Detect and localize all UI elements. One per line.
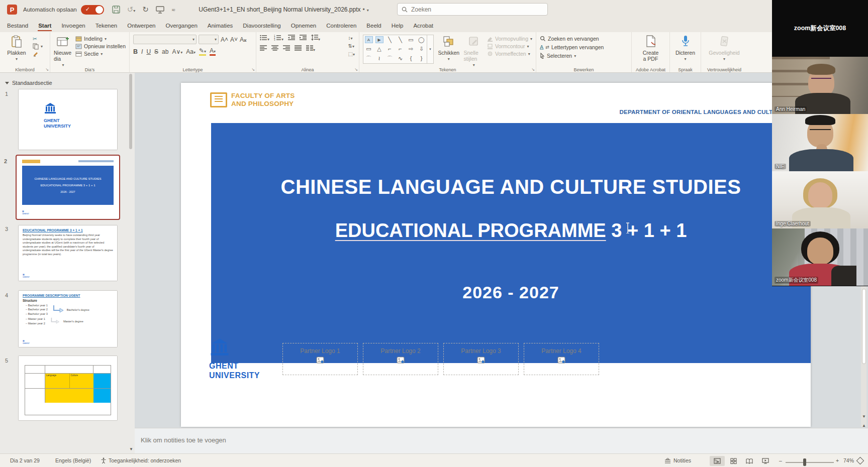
section-button[interactable]: Sectie▾ (75, 51, 126, 57)
autosave-toggle[interactable]: ✓ (81, 5, 104, 15)
sensitivity-button[interactable]: Gevoeligheid▾ (707, 35, 742, 61)
tab-opnemen[interactable]: Opnemen (286, 20, 322, 31)
align-left-icon[interactable] (260, 45, 267, 53)
slideshow-view-button[interactable] (758, 456, 773, 466)
font-name-combo[interactable]: ▾ (133, 35, 197, 44)
font-size-combo[interactable]: ▾ (199, 35, 219, 44)
shape-gallery[interactable]: A ▶ ╲╲▭◯ ▭△⌐⌐⇨⇩ ⌒≀⌒∿{} (363, 35, 427, 64)
zoom-level[interactable]: 74% (843, 457, 854, 463)
quick-styles-button[interactable]: Snelle stijlen▾ (464, 35, 485, 67)
decrease-indent-icon[interactable] (288, 35, 295, 42)
highlight-color-icon[interactable]: ✎▾ (199, 47, 206, 56)
alinea-dialog-launcher[interactable]: ↘ (354, 67, 358, 72)
participant-tile-room[interactable]: zoom新会议室008 (772, 0, 868, 57)
tab-overgangen[interactable]: Overgangen (160, 20, 202, 31)
arrange-button[interactable]: Schikken▾ (437, 35, 461, 61)
slide-years[interactable]: 2026 - 2027 (211, 283, 811, 302)
strikethrough-button[interactable]: S (154, 48, 158, 55)
start-slideshow-icon[interactable] (156, 6, 164, 14)
participant-tile-inge[interactable]: Inge Claerhout (772, 171, 868, 228)
select-button[interactable]: Selecteren▾ (540, 53, 604, 59)
columns-icon[interactable]: ▾ (306, 45, 315, 53)
shape-outline-button[interactable]: Vormcontour▾ (487, 43, 532, 49)
zoom-slider-thumb[interactable] (803, 458, 806, 466)
slide-thumbnail-4[interactable]: PROGRAMME DESCRIPTION UGENT Structure – … (18, 290, 118, 347)
scroll-down-icon[interactable]: ▼ (860, 414, 867, 419)
paste-button[interactable]: Plakken▾ (4, 35, 30, 61)
partner-logo-placeholder-3[interactable]: Partner Logo 3 (443, 343, 519, 375)
undo-icon[interactable]: ↺▾ (127, 5, 136, 14)
tab-beeld[interactable]: Beeld (361, 20, 386, 31)
tab-invoegen[interactable]: Invoegen (56, 20, 90, 31)
justify-icon[interactable] (295, 45, 302, 53)
new-slide-button[interactable]: Nieuwe dia▾ (54, 35, 72, 67)
participant-tile-ann[interactable]: Ann Heirman (772, 57, 868, 114)
tab-animaties[interactable]: Animaties (203, 20, 238, 31)
dictate-button[interactable]: Dicteren▾ (673, 35, 697, 61)
tab-tekenen[interactable]: Tekenen (90, 20, 122, 31)
grow-font-icon[interactable]: A˄ (221, 36, 228, 43)
title-block[interactable]: CHINESE LANGUAGE AND CULTURE STUDIES EDU… (211, 123, 811, 363)
participant-tile-nie[interactable]: NIE (772, 114, 868, 171)
tekenen-dialog-launcher[interactable]: ↘ (531, 67, 535, 72)
align-center-icon[interactable] (271, 45, 278, 53)
tab-bestand[interactable]: Bestand (2, 20, 33, 31)
qat-more-icon[interactable]: ≂ (171, 7, 175, 13)
zoom-out-button[interactable]: – (779, 457, 782, 463)
lettertype-dialog-launcher[interactable]: ↘ (251, 67, 255, 72)
character-spacing-icon[interactable]: A∨▾ (172, 48, 182, 55)
slide-title[interactable]: CHINESE LANGUAGE AND CULTURE STUDIES (211, 176, 811, 198)
clear-formatting-icon[interactable]: A𝄪 (240, 36, 246, 43)
department-title[interactable]: DEPARTMENT OF ORIENTAL LANGUAGES AND CUL… (457, 109, 789, 115)
tab-acrobat[interactable]: Acrobat (408, 20, 438, 31)
convert-smartart-icon[interactable]: ⬚▾ (348, 51, 355, 57)
slide-thumbnail-2-selected[interactable]: CHINESE LANGUAGE AND CULTURE STUDIES EDU… (16, 155, 120, 220)
format-painter-icon[interactable] (33, 51, 43, 57)
align-right-icon[interactable] (283, 45, 290, 53)
tab-ontwerpen[interactable]: Ontwerpen (122, 20, 160, 31)
underline-button[interactable]: U (146, 48, 151, 55)
reset-button[interactable]: Opnieuw instellen (75, 43, 126, 49)
slide-thumbnail-3[interactable]: EDUCATIONAL PROGRAMME 3 + 1 + 1 Beijing … (18, 225, 118, 281)
zoom-in-button[interactable]: + (836, 457, 839, 463)
placeholder-shape-icon[interactable]: ▶ (375, 36, 383, 43)
partner-logo-placeholder-4[interactable]: Partner Logo 4 (524, 343, 599, 375)
notes-pane[interactable]: Klik om notities toe te voegen (135, 428, 868, 453)
tab-help[interactable]: Help (387, 20, 409, 31)
text-direction-icon[interactable]: ↕▾ (348, 35, 355, 41)
change-case-icon[interactable]: Aa▾ (186, 48, 196, 55)
slide-indicator[interactable]: Dia 2 van 29 (10, 457, 40, 463)
shape-effects-button[interactable]: Vormeffecten▾ (487, 51, 532, 57)
text-shadow-button[interactable]: ab (162, 48, 168, 55)
slide-thumbnail-1[interactable]: GHENTUNIVERSITY (18, 89, 118, 150)
slide-canvas[interactable]: FACULTY OF ARTSAND PHILOSOPHY DEPARTMENT… (181, 83, 811, 427)
align-text-icon[interactable]: ⇅▾ (348, 43, 355, 49)
shape-gallery-more[interactable]: ▾ (427, 35, 434, 64)
tab-start[interactable]: Start (33, 20, 56, 31)
shape-fill-button[interactable]: Vormopvulling▾ (487, 36, 532, 42)
font-color-icon[interactable]: A▾ (210, 47, 216, 56)
copy-icon[interactable]: ▾ (33, 43, 43, 50)
slide-thumbnail-5[interactable]: Language Culture (18, 356, 118, 421)
shrink-font-icon[interactable]: A˅ (230, 36, 238, 43)
search-input[interactable]: Zoeken (397, 3, 548, 16)
normal-view-button[interactable] (710, 456, 725, 466)
bold-button[interactable]: B (133, 48, 138, 55)
tab-controleren[interactable]: Controleren (321, 20, 361, 31)
tab-diavoorstelling[interactable]: Diavoorstelling (238, 20, 285, 31)
previous-slide-icon[interactable]: ▲ (860, 423, 867, 428)
layout-button[interactable]: Indeling▾ (75, 36, 126, 42)
slide-subtitle[interactable]: EDUCATIONAL PROGRAMME 3 + 1 + 1 (211, 220, 811, 242)
save-icon[interactable] (112, 6, 120, 14)
thumbnail-scrollbar[interactable] (129, 74, 132, 149)
accessibility-status[interactable]: Toegankelijkheid: onderzoeken (109, 457, 181, 463)
document-title[interactable]: UGent3+1+1_EN short_Beijing Normal Unive… (199, 6, 368, 13)
reading-view-button[interactable] (742, 456, 757, 466)
participant-tile-room2[interactable]: zoom新会议室008 (772, 228, 868, 286)
find-replace-button[interactable]: Zoeken en vervangen (540, 36, 604, 42)
zoom-slider[interactable] (786, 462, 834, 463)
section-header[interactable]: Standaardsectie (5, 80, 52, 86)
cut-icon[interactable]: ✂ (33, 36, 43, 42)
create-pdf-button[interactable]: Createa PDF (638, 35, 664, 62)
bullets-icon[interactable]: ▾ (260, 35, 269, 42)
